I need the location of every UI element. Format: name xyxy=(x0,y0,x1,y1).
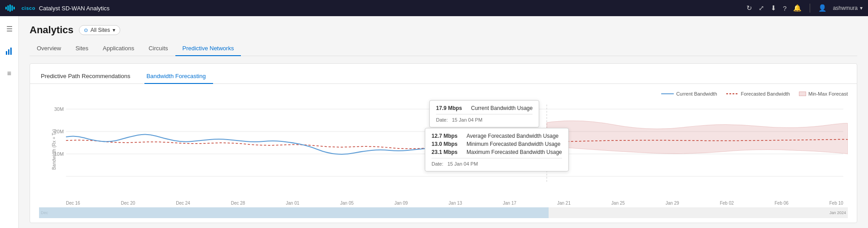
x-label-jan01: Jan 01 xyxy=(286,201,299,206)
tooltip-avg-row: 12.7 Mbps Average Forecasted Bandwidth U… xyxy=(432,133,562,139)
legend-current-label: Current Bandwidth xyxy=(676,91,717,96)
tooltip-min-value: 13.0 Mbps xyxy=(432,141,463,147)
tooltip-divider-1 xyxy=(436,114,532,114)
tooltip-row-1: 17.9 Mbps Current Bandwidth Usage xyxy=(436,105,532,111)
date-value-2: 15 Jan 04 PM xyxy=(447,161,478,167)
refresh-icon[interactable]: ↻ xyxy=(746,4,752,12)
x-label-dec24: Dec 24 xyxy=(176,201,190,206)
tooltip-current-value: 17.9 Mbps xyxy=(436,105,467,111)
tooltip-min-row: 13.0 Mbps Minimum Forecasted Bandwidth U… xyxy=(432,141,562,147)
tab-nav: Overview Sites Applications Circuits Pre… xyxy=(30,41,857,56)
tab-circuits[interactable]: Circuits xyxy=(141,41,175,56)
topbar-icons: ↻ ⤢ ⬇ ? 🔔 👤 ashwmura ▾ xyxy=(746,4,863,13)
svg-rect-6 xyxy=(8,49,9,55)
timeline-right-label: Jan 2024 xyxy=(829,210,846,215)
tooltip-max-value: 23.1 Mbps xyxy=(432,149,463,155)
tooltip-avg-label: Average Forecasted Bandwidth Usage xyxy=(467,133,558,139)
legend-pink-box xyxy=(799,92,806,96)
tab-overview[interactable]: Overview xyxy=(30,41,68,56)
date-label-1: Date: xyxy=(436,117,448,123)
cisco-wordmark: cisco xyxy=(22,5,35,11)
sidebar-list-icon[interactable]: ≡ xyxy=(2,66,17,81)
user-name: ashwmura xyxy=(833,5,858,11)
topbar: cisco Catalyst SD-WAN Analytics ↻ ⤢ ⬇ ? … xyxy=(0,0,868,16)
tab-applications[interactable]: Applications xyxy=(96,41,141,56)
svg-rect-2 xyxy=(9,4,11,12)
topbar-title: Catalyst SD-WAN Analytics xyxy=(39,5,110,12)
tab-sites[interactable]: Sites xyxy=(68,41,96,56)
sub-tabs: Predictive Path Recommendations Bandwidt… xyxy=(30,64,857,84)
sites-filter[interactable]: ⊙ All Sites ▾ xyxy=(79,25,120,35)
tooltip-max-row: 23.1 Mbps Maximum Forecasted Bandwidth U… xyxy=(432,149,562,155)
x-label-jan21: Jan 21 xyxy=(557,201,571,206)
y-axis-label: Bandwidth (Rx + Tx) xyxy=(52,129,57,170)
timeline-highlight-dec xyxy=(39,207,549,218)
help-icon[interactable]: ? xyxy=(783,4,786,12)
legend-minmax-label: Min-Max Forecast xyxy=(808,91,848,96)
tooltip-current-bandwidth: 17.9 Mbps Current Bandwidth Usage Date: … xyxy=(429,100,539,127)
topbar-user[interactable]: ashwmura ▾ xyxy=(833,5,863,11)
legend-forecasted-bandwidth: Forecasted Bandwidth xyxy=(726,91,790,96)
main-content: Analytics ⊙ All Sites ▾ Overview Sites A… xyxy=(19,16,868,228)
mini-timeline[interactable]: Dec Jan 2024 xyxy=(39,207,848,218)
topbar-brand: cisco Catalyst SD-WAN Analytics xyxy=(5,4,742,12)
tooltip-avg-value: 12.7 Mbps xyxy=(432,133,463,139)
svg-text:30M: 30M xyxy=(54,106,64,112)
filter-chevron-icon: ▾ xyxy=(113,27,115,33)
svg-rect-4 xyxy=(13,7,15,9)
x-label-feb06: Feb 06 xyxy=(775,201,789,206)
cisco-svg-logo xyxy=(5,4,20,12)
x-label-feb02: Feb 02 xyxy=(720,201,734,206)
legend-forecasted-label: Forecasted Bandwidth xyxy=(741,91,790,96)
x-label-jan13: Jan 13 xyxy=(449,201,462,206)
svg-rect-3 xyxy=(12,5,13,11)
sub-tab-path-recommendations[interactable]: Predictive Path Recommendations xyxy=(39,69,137,84)
x-label-jan25: Jan 25 xyxy=(611,201,625,206)
topbar-divider xyxy=(810,4,810,13)
x-label-dec16: Dec 16 xyxy=(66,201,80,206)
x-label-feb10: Feb 10 xyxy=(829,201,843,206)
date-value-1: 15 Jan 04 PM xyxy=(452,117,482,123)
sidebar: ☰ ≡ xyxy=(0,16,19,228)
chevron-down-icon: ▾ xyxy=(860,5,863,11)
tooltip-divider-2 xyxy=(432,158,562,158)
svg-rect-7 xyxy=(10,48,12,55)
page-header: Analytics ⊙ All Sites ▾ xyxy=(30,24,857,36)
date-label-2: Date: xyxy=(432,161,443,167)
user-icon: 👤 xyxy=(818,4,827,12)
legend-current-bandwidth: Current Bandwidth xyxy=(661,91,717,96)
tooltip-min-label: Minimum Forecasted Bandwidth Usage xyxy=(467,141,560,147)
bell-icon[interactable]: 🔔 xyxy=(793,4,802,12)
tooltip-date-1: Date: 15 Jan 04 PM xyxy=(436,117,532,123)
tooltip-max-label: Maximum Forecasted Bandwidth Usage xyxy=(467,149,562,155)
tab-predictive-networks[interactable]: Predictive Networks xyxy=(175,41,241,56)
x-axis: Dec 16 Dec 20 Dec 24 Dec 28 Jan 01 Jan 0… xyxy=(39,199,848,206)
tooltip-forecasted-bandwidth: 12.7 Mbps Average Forecasted Bandwidth U… xyxy=(425,128,569,171)
download-icon[interactable]: ⬇ xyxy=(771,4,776,12)
chart-area: Current Bandwidth Forecasted Bandwidth M… xyxy=(30,84,857,223)
tooltip-current-label: Current Bandwidth Usage xyxy=(471,105,532,111)
sub-tab-bandwidth-forecasting[interactable]: Bandwidth Forecasting xyxy=(144,69,213,84)
x-label-dec20: Dec 20 xyxy=(121,201,135,206)
sidebar-analytics-icon[interactable] xyxy=(2,44,17,58)
x-label-jan05: Jan 05 xyxy=(340,201,353,206)
sites-filter-label: All Sites xyxy=(91,27,110,33)
sites-filter-icon: ⊙ xyxy=(84,27,88,33)
x-label-jan09: Jan 09 xyxy=(394,201,408,206)
sidebar-menu-icon[interactable]: ☰ xyxy=(2,22,17,36)
legend-solid-line xyxy=(661,93,674,94)
cisco-logo: cisco xyxy=(5,4,35,12)
fullscreen-icon[interactable]: ⤢ xyxy=(759,4,764,12)
tooltip-date-2: Date: 15 Jan 04 PM xyxy=(432,161,562,167)
chart-legend: Current Bandwidth Forecasted Bandwidth M… xyxy=(39,91,848,96)
legend-dashed-line xyxy=(726,93,739,94)
minmax-band xyxy=(547,121,848,154)
chart-container: Bandwidth (Rx + Tx) 30M 20M 10M xyxy=(39,100,848,199)
svg-rect-0 xyxy=(5,7,7,9)
x-label-jan29: Jan 29 xyxy=(666,201,679,206)
page-title: Analytics xyxy=(30,24,74,36)
svg-rect-1 xyxy=(8,5,9,11)
legend-minmax: Min-Max Forecast xyxy=(799,91,848,96)
main-card: Predictive Path Recommendations Bandwidt… xyxy=(30,63,857,223)
x-label-jan17: Jan 17 xyxy=(503,201,516,206)
